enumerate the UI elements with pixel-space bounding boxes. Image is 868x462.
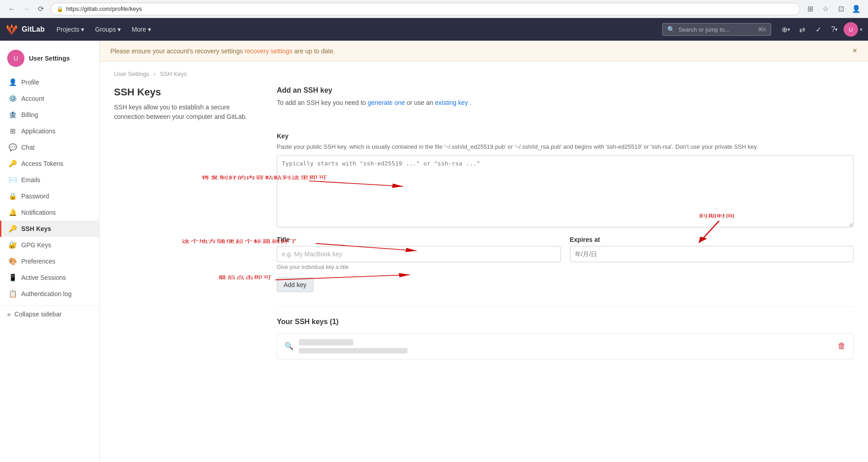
sidebar-item-ssh-keys[interactable]: 🔑 SSH Keys [0, 221, 99, 237]
sidebar-item-preferences[interactable]: 🎨 Preferences [0, 253, 99, 269]
sidebar-item-label: Password [21, 193, 49, 200]
top-nav: GitLab Projects ▾ Groups ▾ More ▾ 🔍 ⌘K ⊕… [0, 18, 868, 41]
sidebar-avatar: U [7, 50, 24, 67]
chat-nav-icon: 💬 [9, 143, 17, 151]
title-label: Title [277, 236, 561, 243]
sidebar-item-notifications[interactable]: 🔔 Notifications [0, 204, 99, 221]
page-description: SSH keys allow you to establish a secure… [114, 103, 250, 122]
add-key-button[interactable]: Add key [277, 278, 313, 292]
chevron-down-icon: ▾ [81, 26, 84, 33]
emails-nav-icon: ✉️ [9, 176, 17, 184]
sidebar-item-chat[interactable]: 💬 Chat [0, 139, 99, 156]
expires-input[interactable] [570, 246, 854, 262]
ssh-keys-header: SSH Keys SSH keys allow you to establish… [114, 86, 854, 122]
search-input[interactable] [678, 26, 754, 33]
sidebar-item-label: Profile [21, 79, 39, 86]
title-input[interactable] [277, 246, 561, 262]
browser-chrome: ← → ⟳ 🔒 https://gitlab.com/profile/keys … [0, 0, 868, 18]
title-expires-row: Title Give your individual key a title E… [277, 236, 854, 270]
help-button[interactable]: ? ▾ [827, 22, 842, 37]
breadcrumb: User Settings › SSH Keys [114, 71, 854, 77]
top-nav-right-icons: ⊕ ▾ ⇄ ✓ ? ▾ U ▾ [778, 22, 863, 37]
back-button[interactable]: ← [5, 3, 18, 15]
applications-nav-icon: ⊞ [9, 127, 17, 135]
ssh-key-row: 🔍 🗑 [277, 333, 854, 359]
nav-buttons: ← → ⟳ [5, 3, 47, 15]
chevron-down-icon: ▾ [118, 26, 121, 33]
extensions-icon[interactable]: ⊡ [835, 3, 847, 15]
existing-key-link[interactable]: existing key [435, 99, 470, 106]
breadcrumb-current: SSH Keys [160, 71, 187, 77]
help-icon: ? [831, 25, 835, 33]
sidebar-item-active-sessions[interactable]: 📱 Active Sessions [0, 269, 99, 286]
sidebar-user-header: U User Settings [0, 46, 99, 74]
key-hint: Paste your public SSH key, which is usua… [277, 142, 854, 151]
title-field-group: Title Give your individual key a title [277, 236, 561, 270]
profile-icon[interactable]: 👤 [850, 3, 863, 15]
sidebar-item-access-tokens[interactable]: 🔑 Access Tokens [0, 156, 99, 172]
sidebar-item-gpg-keys[interactable]: 🔐 GPG Keys [0, 237, 99, 253]
form-spacer [114, 132, 250, 359]
breadcrumb-parent-link[interactable]: User Settings [114, 71, 151, 77]
key-textarea[interactable] [277, 155, 854, 227]
account-nav-icon: ⚙️ [9, 94, 17, 103]
sidebar-item-password[interactable]: 🔒 Password [0, 188, 99, 204]
main-content: Please ensure your account's recovery se… [100, 41, 868, 462]
add-ssh-key-panel: Add an SSH key To add an SSH key you nee… [277, 86, 854, 122]
merge-requests-button[interactable]: ⇄ [795, 22, 809, 37]
title-hint: Give your individual key a title [277, 264, 561, 270]
browser-icons: ⊞ ☆ ⊡ 👤 [804, 3, 863, 15]
ssh-key-meta-bar [299, 348, 408, 354]
sidebar-item-label: Preferences [21, 258, 55, 265]
search-shortcut: ⌘K [758, 27, 766, 33]
user-avatar-button[interactable]: U [844, 22, 858, 37]
ssh-keys-info: SSH Keys SSH keys allow you to establish… [114, 86, 250, 122]
profile-nav-icon: 👤 [9, 78, 17, 86]
add-section-subtitle: To add an SSH key you need to generate o… [277, 98, 854, 108]
lock-icon: 🔒 [57, 6, 63, 12]
recovery-settings-link[interactable]: recovery settings [245, 47, 294, 55]
delete-key-button[interactable]: 🗑 [838, 341, 846, 351]
generate-one-link[interactable]: generate one [368, 99, 407, 106]
issues-button[interactable]: ✓ [811, 22, 825, 37]
forward-button[interactable]: → [20, 3, 33, 15]
translate-icon[interactable]: ⊞ [804, 3, 816, 15]
bookmark-icon[interactable]: ☆ [819, 3, 832, 15]
sidebar-item-label: Account [21, 95, 44, 102]
sidebar-item-label: Billing [21, 111, 38, 118]
sidebar-item-account[interactable]: ⚙️ Account [0, 90, 99, 107]
existing-keys-title: Your SSH keys (1) [277, 318, 854, 326]
reload-button[interactable]: ⟳ [34, 3, 47, 15]
key-label: Key [277, 132, 854, 140]
top-nav-items: Projects ▾ Groups ▾ More ▾ [52, 23, 156, 36]
page-title: SSH Keys [114, 86, 250, 98]
gitlab-logo[interactable]: GitLab [5, 23, 45, 36]
plus-chevron-icon: ▾ [787, 27, 790, 33]
collapse-sidebar-button[interactable]: « Collapse sidebar [0, 306, 99, 322]
address-bar[interactable]: 🔒 https://gitlab.com/profile/keys [51, 3, 800, 15]
sidebar-item-applications[interactable]: ⊞ Applications [0, 123, 99, 139]
sidebar-item-authentication-log[interactable]: 📋 Authentication log [0, 286, 99, 302]
plus-button[interactable]: ⊕ ▾ [778, 22, 793, 37]
search-box[interactable]: 🔍 ⌘K [662, 23, 771, 36]
search-icon: 🔍 [667, 26, 675, 33]
sidebar-item-label: Notifications [21, 209, 56, 216]
notifications-nav-icon: 🔔 [9, 208, 17, 217]
avatar-chevron-icon: ▾ [860, 27, 863, 33]
auth-log-nav-icon: 📋 [9, 290, 17, 298]
plus-icon: ⊕ [782, 25, 787, 34]
nav-item-groups[interactable]: Groups ▾ [90, 23, 125, 36]
sidebar-username: User Settings [29, 55, 70, 62]
billing-nav-icon: 🏦 [9, 111, 17, 119]
collapse-label: Collapse sidebar [14, 311, 62, 318]
sidebar-item-label: Access Tokens [21, 160, 63, 167]
nav-item-more[interactable]: More ▾ [127, 23, 156, 36]
sidebar-item-profile[interactable]: 👤 Profile [0, 74, 99, 90]
nav-item-projects[interactable]: Projects ▾ [52, 23, 89, 36]
access-tokens-nav-icon: 🔑 [9, 160, 17, 168]
sidebar-item-emails[interactable]: ✉️ Emails [0, 172, 99, 188]
add-section-title: Add an SSH key [277, 86, 854, 94]
sidebar-item-billing[interactable]: 🏦 Billing [0, 107, 99, 123]
warning-close-button[interactable]: × [852, 46, 857, 56]
breadcrumb-separator: › [154, 71, 156, 77]
